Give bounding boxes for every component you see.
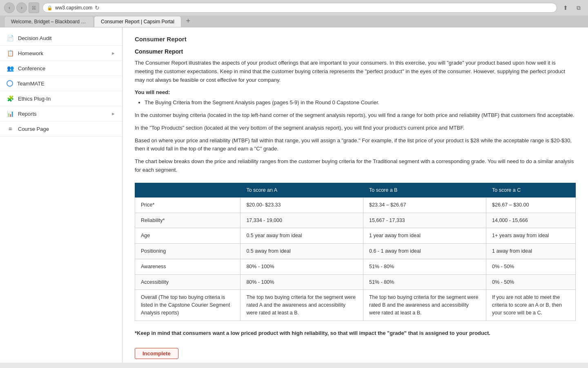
table-cell-2-2: 1 year away from ideal [363, 228, 486, 244]
sidebar-label-course-page: Course Page [18, 126, 49, 132]
sidebar-item-conference[interactable]: 👥 Conference [0, 61, 122, 76]
table-cell-6-3: If you are not able to meet the criteria… [486, 290, 576, 321]
table-row: Awareness80% - 100%51% - 80%0% - 50% [135, 259, 576, 274]
para2: In the customer buying criteria (located… [135, 111, 576, 120]
homework-arrow-icon: ► [111, 51, 116, 56]
sidebar-item-course-page-left: ≡ Course Page [7, 126, 49, 132]
table-cell-0-2: $23.34 – $26.67 [363, 197, 486, 213]
table-cell-3-3: 1 away from ideal [486, 244, 576, 259]
table-cell-5-2: 51% - 80% [363, 274, 486, 290]
forward-button[interactable]: › [16, 2, 27, 13]
footnote: *Keep in mind that consumers want a low … [135, 329, 576, 338]
reports-icon: 📊 [7, 110, 14, 117]
url-text: ww3.capsim.com [55, 5, 92, 11]
browser-actions: ⬆ ⧉ [560, 2, 584, 13]
intro-paragraph: The Consumer Report illustrates the aspe… [135, 59, 576, 84]
tabs-bar: Welcome, Bridget – Blackboard Learn Cons… [0, 16, 588, 27]
you-will-need-label: You will need: [135, 88, 576, 97]
score-table: To score an A To score a B To score a C … [135, 183, 576, 321]
sidebar-item-decision-audit-left: 📄 Decision Audit [7, 35, 51, 41]
lock-icon: 🔒 [47, 5, 53, 11]
new-tab-button[interactable]: ⧉ [573, 2, 584, 13]
sidebar-item-teammate-left: TeamMATE [7, 80, 45, 87]
table-row: Positioning0.5 away from ideal0.6 - 1 aw… [135, 244, 576, 259]
conference-icon: 👥 [7, 65, 14, 72]
browser-toolbar: ‹ › ☵ 🔒 ww3.capsim.com ↻ ⬆ ⧉ [0, 0, 588, 16]
document-icon: 📄 [7, 35, 14, 41]
table-cell-4-1: 80% - 100% [241, 259, 363, 274]
sidebar: 📄 Decision Audit 📋 Homework ► 👥 Conferen… [0, 27, 122, 363]
tab-capsim[interactable]: Consumer Report | Capsim Portal [94, 16, 181, 27]
table-header-score-b: To score a B [363, 183, 486, 197]
para3: In the "Top Products" section (located a… [135, 124, 576, 132]
tab-blackboard[interactable]: Welcome, Bridget – Blackboard Learn [4, 16, 94, 27]
sidebar-label-decision-audit: Decision Audit [18, 35, 51, 41]
page-heading: Consumer Report [135, 36, 576, 43]
sidebar-item-ethics-left: 🧩 Ethics Plug-In [7, 95, 51, 102]
table-header-criteria [135, 183, 241, 197]
table-cell-5-1: 80% - 100% [241, 274, 363, 290]
sidebar-item-homework[interactable]: 📋 Homework ► [0, 46, 122, 61]
table-cell-6-2: The top two buying criteria for the segm… [363, 290, 486, 321]
table-header-score-c: To score a C [486, 183, 576, 197]
ethics-icon: 🧩 [7, 95, 14, 102]
table-cell-4-3: 0% - 50% [486, 259, 576, 274]
para4: Based on where your price and reliabilit… [135, 137, 576, 154]
sidebar-item-homework-left: 📋 Homework [7, 50, 43, 56]
teammate-icon [7, 80, 13, 87]
sidebar-label-homework: Homework [18, 50, 43, 56]
browser-chrome: ‹ › ☵ 🔒 ww3.capsim.com ↻ ⬆ ⧉ Welcome, Br… [0, 0, 588, 27]
incomplete-badge: Incomplete [135, 348, 178, 359]
para5: The chart below breaks down the price an… [135, 157, 576, 175]
table-cell-2-0: Age [135, 228, 241, 244]
table-cell-3-0: Positioning [135, 244, 241, 259]
reader-button[interactable]: ☵ [29, 2, 39, 13]
report-title: Consumer Report [135, 48, 576, 55]
reload-button[interactable]: ↻ [95, 4, 100, 11]
report-body: Consumer Report The Consumer Report illu… [135, 48, 576, 359]
sidebar-item-course-page[interactable]: ≡ Course Page [0, 121, 122, 137]
table-cell-4-0: Awareness [135, 259, 241, 274]
table-row: Overall (The top two buying criteria is … [135, 290, 576, 321]
table-cell-0-1: $20.00- $23.33 [241, 197, 363, 213]
table-row: Price*$20.00- $23.33$23.34 – $26.67$26.6… [135, 197, 576, 213]
table-cell-1-1: 17,334 - 19,000 [241, 213, 363, 228]
address-bar[interactable]: 🔒 ww3.capsim.com ↻ [42, 3, 557, 13]
table-cell-6-0: Overall (The top two buying criteria is … [135, 290, 241, 321]
table-cell-1-0: Reliability* [135, 213, 241, 228]
table-cell-6-1: The top two buying criteria for the segm… [241, 290, 363, 321]
table-cell-3-1: 0.5 away from ideal [241, 244, 363, 259]
new-tab-add-button[interactable]: + [183, 16, 194, 26]
sidebar-label-teammate: TeamMATE [17, 81, 45, 87]
sidebar-item-decision-audit[interactable]: 📄 Decision Audit [0, 31, 122, 46]
you-will-need-list: The Buying Criteria from the Segment Ana… [145, 99, 576, 107]
nav-buttons: ‹ › ☵ [4, 2, 39, 13]
table-cell-5-3: 0% - 50% [486, 274, 576, 290]
sidebar-label-conference: Conference [18, 65, 45, 72]
app-layout: 📄 Decision Audit 📋 Homework ► 👥 Conferen… [0, 27, 588, 363]
sidebar-label-reports: Reports [18, 111, 37, 117]
table-cell-4-2: 51% - 80% [363, 259, 486, 274]
table-cell-1-2: 15,667 - 17,333 [363, 213, 486, 228]
sidebar-item-ethics[interactable]: 🧩 Ethics Plug-In [0, 91, 122, 106]
table-row: Age0.5 year away from ideal1 year away f… [135, 228, 576, 244]
content-area: Consumer Report Consumer Report The Cons… [122, 27, 588, 363]
table-header-score-a: To score an A [241, 183, 363, 197]
sidebar-item-conference-left: 👥 Conference [7, 65, 45, 72]
table-cell-5-0: Accessibility [135, 274, 241, 290]
table-row: Accessibility80% - 100%51% - 80%0% - 50% [135, 274, 576, 290]
sidebar-item-teammate[interactable]: TeamMATE [0, 76, 122, 91]
sidebar-item-reports-left: 📊 Reports [7, 110, 37, 117]
sidebar-item-reports[interactable]: 📊 Reports ► [0, 106, 122, 121]
table-cell-1-3: 14,000 - 15,666 [486, 213, 576, 228]
reports-arrow-icon: ► [111, 111, 116, 116]
back-button[interactable]: ‹ [4, 2, 15, 13]
course-page-icon: ≡ [7, 126, 14, 132]
table-cell-2-1: 0.5 year away from ideal [241, 228, 363, 244]
sidebar-label-ethics: Ethics Plug-In [18, 96, 51, 102]
share-button[interactable]: ⬆ [560, 2, 571, 13]
table-cell-2-3: 1+ years away from ideal [486, 228, 576, 244]
table-row: Reliability*17,334 - 19,00015,667 - 17,3… [135, 213, 576, 228]
you-will-need-item: The Buying Criteria from the Segment Ana… [145, 99, 576, 107]
table-cell-0-3: $26.67 – $30.00 [486, 197, 576, 213]
